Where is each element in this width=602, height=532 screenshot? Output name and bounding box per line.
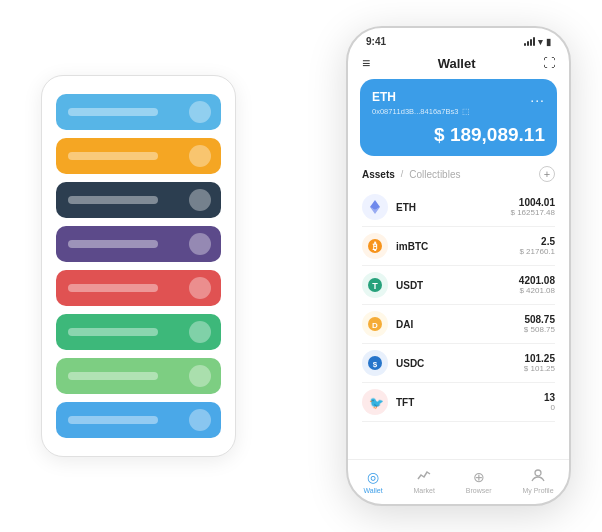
nav-market[interactable]: Market [414,468,435,494]
eth-card-address: 0x08711d3B...8416a7Bs3 ⬚ [372,107,545,116]
asset-usd-usdc: $ 101.25 [524,364,555,373]
asset-name-usdc: USDC [396,358,424,369]
list-item[interactable]: $ USDC 101.25 $ 101.25 [362,344,555,383]
assets-header: Assets / Collectibles + [348,166,569,188]
wifi-icon: ▾ [538,37,543,47]
market-icon [417,468,431,485]
expand-icon[interactable]: ⛶ [543,56,555,70]
status-icons: ▾ ▮ [524,37,551,47]
dai-icon: D [362,311,388,337]
nav-browser[interactable]: ⊕ Browser [466,469,492,494]
profile-icon [531,468,545,485]
tab-assets[interactable]: Assets [362,169,395,180]
card-row-7 [56,358,221,394]
list-item[interactable]: T USDT 4201.08 $ 4201.08 [362,266,555,305]
asset-usd-tft: 0 [544,403,555,412]
scene: 9:41 ▾ ▮ ≡ Wallet ⛶ ETH ... 0x08711d3B..… [21,16,581,516]
assets-tabs: Assets / Collectibles [362,169,460,180]
menu-icon[interactable]: ≡ [362,55,370,71]
asset-name-usdt: USDT [396,280,423,291]
phone-header: ≡ Wallet ⛶ [348,51,569,79]
asset-name-imbtc: imBTC [396,241,428,252]
nav-profile[interactable]: My Profile [522,468,553,494]
svg-text:T: T [372,281,378,291]
list-item[interactable]: 🐦 TFT 13 0 [362,383,555,422]
nav-browser-label: Browser [466,487,492,494]
nav-wallet-label: Wallet [363,487,382,494]
asset-list: ETH 1004.01 $ 162517.48 ₿ imBTC 2.5 $ 21… [348,188,569,459]
page-title: Wallet [438,56,476,71]
asset-usd-usdt: $ 4201.08 [519,286,555,295]
asset-amount-tft: 13 [544,392,555,403]
eth-card-top: ETH ... [372,89,545,105]
list-item[interactable]: D DAI 508.75 $ 508.75 [362,305,555,344]
battery-icon: ▮ [546,37,551,47]
list-item[interactable]: ₿ imBTC 2.5 $ 21760.1 [362,227,555,266]
svg-text:$: $ [373,360,378,369]
list-item[interactable]: ETH 1004.01 $ 162517.48 [362,188,555,227]
eth-card-label: ETH [372,90,396,104]
back-cards-panel [41,75,236,457]
nav-wallet[interactable]: ◎ Wallet [363,469,382,494]
status-bar: 9:41 ▾ ▮ [348,28,569,51]
add-asset-button[interactable]: + [539,166,555,182]
card-row-5 [56,270,221,306]
nav-profile-label: My Profile [522,487,553,494]
eth-card-more[interactable]: ... [530,89,545,105]
eth-card-amount: $ 189,089.11 [372,124,545,146]
asset-name-tft: TFT [396,397,414,408]
copy-icon[interactable]: ⬚ [462,107,470,116]
card-row-6 [56,314,221,350]
svg-text:🐦: 🐦 [369,395,383,410]
phone: 9:41 ▾ ▮ ≡ Wallet ⛶ ETH ... 0x08711d3B..… [346,26,571,506]
card-row-8 [56,402,221,438]
svg-point-11 [535,470,541,476]
asset-amount-usdt: 4201.08 [519,275,555,286]
card-row-2 [56,138,221,174]
asset-amount-imbtc: 2.5 [519,236,555,247]
bottom-nav: ◎ Wallet Market ⊕ Browser My Profile [348,459,569,504]
imbtc-icon: ₿ [362,233,388,259]
usdc-icon: $ [362,350,388,376]
card-row-1 [56,94,221,130]
asset-amount-eth: 1004.01 [511,197,556,208]
asset-usd-dai: $ 508.75 [524,325,555,334]
usdt-icon: T [362,272,388,298]
card-row-3 [56,182,221,218]
wallet-icon: ◎ [367,469,379,485]
status-time: 9:41 [366,36,386,47]
asset-name-eth: ETH [396,202,416,213]
asset-usd-imbtc: $ 21760.1 [519,247,555,256]
browser-icon: ⊕ [473,469,485,485]
asset-amount-dai: 508.75 [524,314,555,325]
tft-icon: 🐦 [362,389,388,415]
eth-icon [362,194,388,220]
asset-amount-usdc: 101.25 [524,353,555,364]
card-row-4 [56,226,221,262]
asset-name-dai: DAI [396,319,413,330]
eth-card[interactable]: ETH ... 0x08711d3B...8416a7Bs3 ⬚ $ 189,0… [360,79,557,156]
asset-usd-eth: $ 162517.48 [511,208,556,217]
nav-market-label: Market [414,487,435,494]
svg-text:D: D [372,321,378,330]
tab-collectibles[interactable]: Collectibles [409,169,460,180]
signal-icon [524,37,535,46]
